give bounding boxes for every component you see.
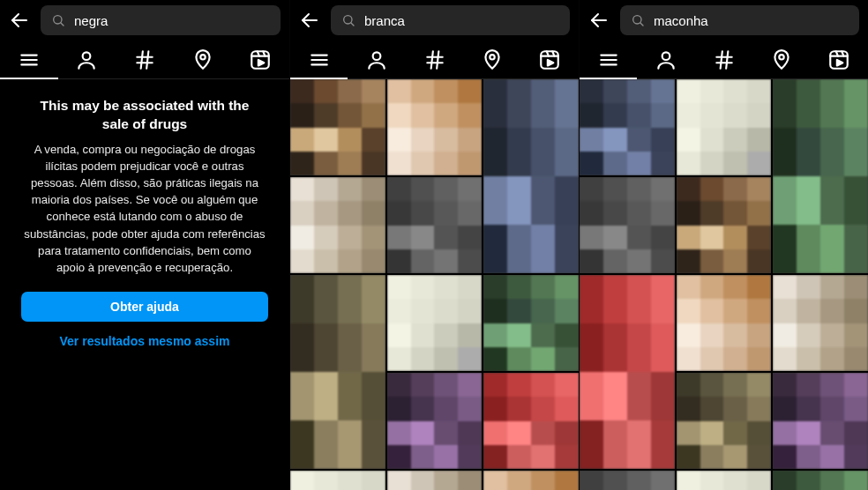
tab-all[interactable] (580, 41, 637, 78)
result-tile[interactable] (290, 471, 385, 490)
tab-all[interactable] (0, 41, 58, 78)
warning-body: A venda, compra ou negociação de drogas … (21, 141, 268, 276)
tab-tags[interactable] (695, 41, 752, 78)
search-input[interactable] (74, 13, 270, 28)
search-tabs (0, 41, 289, 79)
reels-icon (249, 48, 272, 71)
result-tile[interactable] (773, 275, 868, 371)
svg-line-19 (351, 23, 354, 26)
back-button[interactable] (299, 10, 320, 31)
svg-point-28 (490, 55, 494, 59)
result-tile[interactable] (290, 79, 385, 175)
search-bar[interactable] (41, 5, 281, 35)
back-arrow-icon (299, 10, 320, 31)
result-tile[interactable] (580, 275, 675, 469)
svg-line-10 (146, 51, 148, 69)
search-input[interactable] (654, 13, 849, 28)
back-button[interactable] (588, 10, 610, 31)
result-tile[interactable] (290, 177, 385, 273)
svg-line-43 (720, 51, 722, 69)
result-tile[interactable] (773, 471, 868, 490)
search-icon (341, 13, 355, 27)
svg-line-27 (437, 51, 438, 69)
list-icon (18, 48, 41, 71)
back-arrow-icon (9, 10, 30, 31)
tab-people[interactable] (637, 41, 694, 78)
tab-reels[interactable] (811, 41, 868, 78)
svg-point-6 (83, 52, 91, 60)
results-grid (580, 79, 868, 490)
reels-icon (538, 48, 561, 71)
tab-indicator (0, 78, 58, 79)
results-grid (290, 79, 579, 490)
result-tile[interactable] (387, 275, 483, 371)
result-tile[interactable] (387, 373, 483, 469)
tab-tags[interactable] (406, 41, 463, 78)
search-bar[interactable] (331, 5, 570, 35)
person-icon (75, 48, 98, 71)
result-tile[interactable] (677, 275, 772, 371)
result-tile[interactable] (387, 471, 483, 490)
result-tile[interactable] (677, 471, 772, 490)
get-help-button[interactable]: Obter ajuda (21, 292, 268, 322)
location-pin-icon (770, 48, 793, 71)
result-tile[interactable] (483, 373, 579, 469)
result-tile[interactable] (483, 471, 579, 490)
person-icon (655, 48, 677, 71)
hashtag-icon (423, 48, 446, 71)
search-icon (51, 13, 65, 27)
search-panel-3 (579, 0, 868, 490)
tab-reels[interactable] (521, 41, 579, 78)
person-icon (365, 48, 388, 71)
svg-line-2 (61, 23, 64, 26)
svg-point-45 (779, 55, 783, 59)
svg-line-36 (640, 23, 643, 26)
header (580, 0, 868, 41)
search-panel-1: This may be associated with the sale of … (0, 0, 289, 490)
back-arrow-icon (588, 10, 610, 31)
svg-line-9 (141, 51, 143, 69)
tab-all[interactable] (290, 41, 348, 78)
result-tile[interactable] (677, 177, 772, 273)
result-tile[interactable] (580, 471, 675, 490)
result-tile[interactable] (483, 79, 579, 273)
svg-marker-16 (258, 60, 265, 66)
result-tile[interactable] (580, 177, 675, 273)
tab-people[interactable] (348, 41, 405, 78)
result-tile[interactable] (483, 275, 579, 371)
result-tile[interactable] (580, 79, 675, 175)
reels-icon (827, 48, 850, 71)
search-bar[interactable] (620, 5, 859, 35)
see-results-anyway-link[interactable]: Ver resultados mesmo assim (21, 334, 268, 348)
search-tabs (580, 41, 868, 79)
list-icon (597, 48, 620, 71)
search-input[interactable] (364, 13, 559, 28)
result-tile[interactable] (677, 79, 772, 175)
header (0, 0, 289, 41)
tab-places[interactable] (174, 41, 232, 78)
search-panel-2 (289, 0, 579, 490)
tab-places[interactable] (752, 41, 810, 78)
result-tile[interactable] (677, 373, 772, 469)
back-button[interactable] (9, 10, 30, 31)
hashtag-icon (713, 48, 736, 71)
result-tile[interactable] (773, 79, 868, 273)
svg-line-26 (430, 51, 432, 69)
result-tile[interactable] (387, 79, 483, 175)
tab-people[interactable] (58, 41, 116, 78)
tab-reels[interactable] (231, 41, 289, 78)
result-tile[interactable] (290, 275, 385, 469)
search-icon (631, 13, 645, 27)
hashtag-icon (133, 48, 156, 71)
svg-marker-50 (837, 60, 843, 66)
result-tile[interactable] (387, 177, 483, 273)
drug-warning-notice: This may be associated with the sale of … (0, 79, 289, 366)
result-tile[interactable] (773, 373, 868, 469)
location-pin-icon (191, 48, 214, 71)
tab-tags[interactable] (116, 41, 174, 78)
warning-title: This may be associated with the sale of … (21, 97, 268, 134)
search-tabs (290, 41, 579, 79)
svg-point-11 (200, 55, 205, 59)
svg-line-44 (726, 51, 728, 69)
tab-places[interactable] (463, 41, 520, 78)
